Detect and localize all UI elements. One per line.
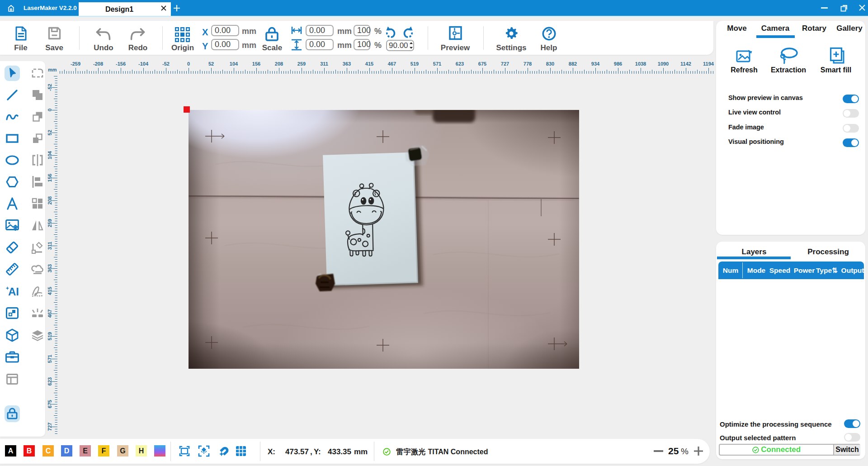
svg-text:AI: AI [8,285,19,297]
